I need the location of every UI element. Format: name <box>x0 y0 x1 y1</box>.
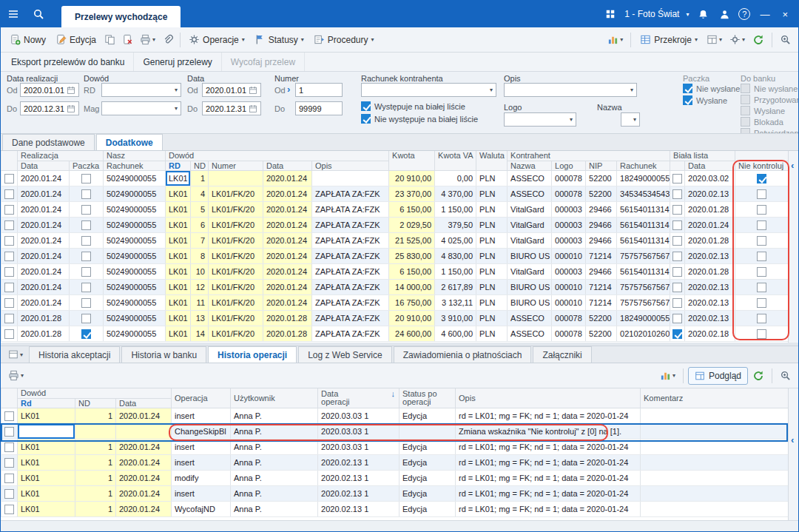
cell-paczka[interactable] <box>70 201 104 217</box>
table-row[interactable]: 2020.01.2850249000055LK0113LK01/FK/20202… <box>1 310 789 326</box>
cell-bl_check[interactable] <box>670 248 685 263</box>
cell-data_dowodu[interactable]: 2020.01.24 <box>263 170 312 186</box>
cell-data_dowodu[interactable]: 2020.01.24 <box>263 263 312 279</box>
table-row[interactable]: 2020.01.2850249000055LK0114LK01/FK/20202… <box>1 326 789 341</box>
cell-rachunek[interactable]: 18249000055 <box>617 310 670 326</box>
cell-nd[interactable]: 7 <box>191 232 209 248</box>
apps-grid-icon[interactable] <box>603 1 618 27</box>
cell-opis[interactable]: ZAPŁATA ZA:FZK <box>312 232 389 248</box>
cell-bl_check[interactable] <box>670 263 685 279</box>
cell-bl_check[interactable] <box>670 310 685 326</box>
cell-waluta[interactable]: PLN <box>476 201 508 217</box>
nie_kontroluj-checkbox[interactable] <box>757 329 766 339</box>
cell-kwota_vat[interactable]: 2 617,89 <box>435 279 476 294</box>
cell-nasz_rachunek[interactable]: 50249000055 <box>104 201 166 217</box>
cell-numer[interactable]: LK01/FK/20 <box>209 310 263 326</box>
paczka-checkbox[interactable] <box>81 236 91 246</box>
refresh-button[interactable] <box>749 31 767 49</box>
cell-data_operacji[interactable]: 2020.03.03 1 <box>318 423 400 439</box>
column-group-header[interactable]: Kwota VA <box>435 151 476 170</box>
cell-opis[interactable]: rd = LK01; mg = FK; nd = 1; data = 2020-… <box>456 501 641 516</box>
cell-select[interactable] <box>1 232 18 248</box>
cell-rachunek[interactable]: 56154011314 <box>617 263 670 279</box>
cell-rachunek[interactable]: 75757567567 <box>617 279 670 294</box>
cell-paczka[interactable] <box>70 217 104 232</box>
cell-rd[interactable]: LK01 <box>166 310 191 326</box>
cell-uzytkownik[interactable]: Anna P. <box>231 501 318 516</box>
cell-nazwa[interactable]: VitalGard <box>508 232 552 248</box>
nie_kontroluj-checkbox[interactable] <box>757 283 766 292</box>
notifications-icon[interactable] <box>695 1 710 27</box>
cell-kwota[interactable]: 2 029,50 <box>389 217 435 232</box>
bl_check-checkbox[interactable] <box>672 220 682 230</box>
cell-komentarz[interactable] <box>641 485 789 501</box>
cell-nd[interactable]: 1 <box>75 485 116 501</box>
cell-rachunek[interactable]: 56154011314 <box>617 217 670 232</box>
cell-data_realizacji[interactable]: 2020.01.24 <box>18 201 70 217</box>
cell-nazwa[interactable]: ASSECO <box>508 170 552 186</box>
column-group-header[interactable]: Waluta <box>476 151 508 170</box>
cell-rd[interactable]: LK01 <box>166 263 191 279</box>
cell-bl_data[interactable]: 2020.03.02 <box>685 170 735 186</box>
select-checkbox[interactable] <box>4 442 14 452</box>
cell-nd[interactable]: 1 <box>75 454 116 470</box>
cell-numer[interactable]: LK01/FK/20 <box>209 248 263 263</box>
minimize-button[interactable]: — <box>757 9 772 20</box>
views-menu-przekroje[interactable]: Przekroje ▾ <box>636 31 702 48</box>
edit-button[interactable]: Edycja <box>51 31 101 48</box>
cell-nd[interactable]: 1 <box>75 501 116 516</box>
data-realizacji-do-field[interactable]: 2020.12.31 <box>20 101 79 115</box>
cell-bl_check[interactable] <box>670 279 685 294</box>
cell-select[interactable] <box>1 248 18 263</box>
cell-paczka[interactable] <box>70 170 104 186</box>
cell-data_dowodu[interactable]: 2020.01.28 <box>263 326 312 341</box>
tab-historia-w-banku[interactable]: Historia w banku <box>121 346 206 363</box>
cell-select[interactable] <box>1 326 18 341</box>
copy-button[interactable] <box>101 31 118 48</box>
cell-logo[interactable]: 000078 <box>552 186 586 201</box>
cell-kwota_vat[interactable]: 4 370,00 <box>435 186 476 201</box>
cell-operacja[interactable]: insert <box>172 439 231 454</box>
cell-paczka[interactable] <box>70 232 104 248</box>
cell-data_realizacji[interactable]: 2020.01.28 <box>18 310 70 326</box>
cell-logo[interactable]: 000010 <box>552 248 586 263</box>
cell-nazwa[interactable]: ASSECO <box>508 310 552 326</box>
column-header-opis[interactable]: Opis <box>312 161 389 170</box>
cell-nd[interactable]: 12 <box>191 279 209 294</box>
cell-nip[interactable]: 71214 <box>586 248 617 263</box>
cell-opis[interactable]: rd = LK01; mg = FK; nd = 1; data = 2020-… <box>456 470 641 485</box>
dowod-rd-select[interactable]: ▾ <box>101 83 181 97</box>
cell-nasz_rachunek[interactable]: 50249000055 <box>104 279 166 294</box>
tab-historia-akceptacji[interactable]: Historia akceptacji <box>29 346 120 363</box>
cell-uzytkownik[interactable]: Anna P. <box>231 423 318 439</box>
cell-rd[interactable]: LK01 <box>18 454 75 470</box>
cell-opis[interactable]: ZAPŁATA ZA:FZK <box>312 186 389 201</box>
nie_kontroluj-checkbox[interactable] <box>757 314 766 323</box>
cell-logo[interactable]: 000078 <box>552 326 586 341</box>
cell-data_realizacji[interactable]: 2020.01.24 <box>18 248 70 263</box>
table-row[interactable]: ChangeSkipBlAnna P.2020.03.03 1Zmiana ws… <box>1 423 789 439</box>
cell-select[interactable] <box>1 439 18 454</box>
user-icon[interactable] <box>717 1 732 27</box>
menu-button[interactable] <box>1 1 26 27</box>
cell-bl_check[interactable] <box>670 294 685 310</box>
logo-select[interactable]: ▾ <box>504 112 576 127</box>
column-group-header[interactable]: Dowód <box>166 151 389 161</box>
preview-toggle-button[interactable]: Podgląd <box>688 367 748 385</box>
cell-uzytkownik[interactable]: Anna P. <box>231 470 318 485</box>
cell-rd[interactable] <box>18 423 75 439</box>
cell-nazwa[interactable]: BIURO US <box>508 294 552 310</box>
cell-logo[interactable]: 000078 <box>552 170 586 186</box>
column-group-header[interactable]: Opis <box>456 388 641 408</box>
cell-select[interactable] <box>1 423 18 439</box>
dowod-mag-select[interactable]: ▾ <box>101 101 181 115</box>
select-checkbox[interactable] <box>4 458 14 468</box>
paczka-checkbox[interactable] <box>81 205 91 215</box>
checkbox-wystepuje-na-bialej-liscie[interactable]: Występuje na białej liście <box>361 101 465 111</box>
tab-zawiadomienia-o-platnosciach[interactable]: Zawiadomienia o płatnościach <box>394 346 532 363</box>
chevron-down-icon[interactable]: ▾ <box>686 11 689 18</box>
cell-kwota_vat[interactable]: 1 150,00 <box>435 201 476 217</box>
window-tab-przelewy-wychodzace[interactable]: Przelewy wychodzące <box>61 6 181 27</box>
cell-data_dowodu[interactable]: 2020.01.24 <box>263 217 312 232</box>
cell-opis[interactable]: rd = LK01; mg = FK; nd = 1; data = 2020-… <box>456 454 641 470</box>
